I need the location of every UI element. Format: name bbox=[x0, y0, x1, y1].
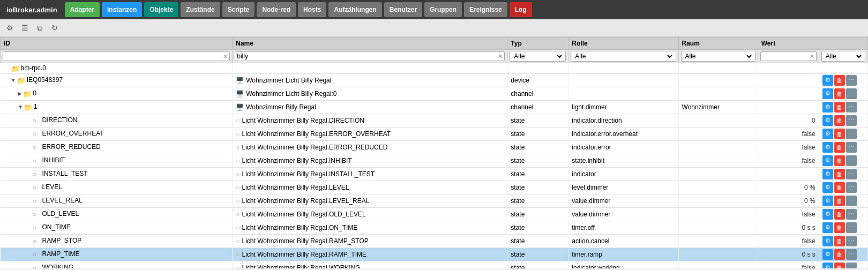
action-delete-btn[interactable]: 🗑 bbox=[834, 222, 845, 233]
cell-raum bbox=[678, 221, 758, 234]
table-row[interactable]: ○INSTALL_TEST○Licht Wohnzimmer Billy Reg… bbox=[1, 167, 868, 181]
action-delete-btn[interactable]: 🗑 bbox=[834, 142, 845, 153]
action-settings-btn[interactable]: ⚙ bbox=[822, 209, 833, 220]
action-delete-btn[interactable]: 🗑 bbox=[834, 88, 845, 99]
action-extra-btn[interactable]: ⋯ bbox=[846, 196, 857, 206]
filter-typ-select[interactable]: Alle device channel state bbox=[512, 52, 564, 61]
action-extra-btn[interactable]: ⋯ bbox=[846, 102, 857, 112]
cell-wert bbox=[758, 100, 819, 114]
cell-rolle bbox=[568, 73, 678, 87]
table-row[interactable]: ▼📁1🖥️Wohnzimmer Billy Regalchannellight.… bbox=[1, 100, 868, 114]
id-text: IEQ0548397 bbox=[27, 76, 63, 84]
id-text: hm-rpc.0 bbox=[21, 64, 46, 72]
action-delete-btn[interactable]: 🗑 bbox=[834, 236, 845, 246]
table-row[interactable]: ○OLD_LEVEL○Licht Wohnzimmer Billy Regal.… bbox=[1, 207, 868, 221]
action-settings-btn[interactable]: ⚙ bbox=[822, 236, 833, 246]
filter-name-clear[interactable]: ✕ bbox=[498, 53, 503, 60]
table-row[interactable]: ○ON_TIME○Licht Wohnzimmer Billy Regal.ON… bbox=[1, 221, 868, 234]
action-settings-btn[interactable]: ⚙ bbox=[822, 169, 833, 179]
nav-btn-zustaende[interactable]: Zustände bbox=[181, 2, 220, 17]
name-text: Licht Wohnzimmer Billy Regal.INHIBIT bbox=[242, 157, 352, 164]
nav-btn-scripte[interactable]: Scripte bbox=[222, 2, 255, 17]
action-delete-btn[interactable]: 🗑 bbox=[834, 155, 845, 166]
action-delete-btn[interactable]: 🗑 bbox=[834, 182, 845, 193]
nav-btn-benutzer[interactable]: Benutzer bbox=[384, 2, 422, 17]
filter-rolle-select[interactable]: Alle light.dimmer indicator timer bbox=[573, 52, 674, 61]
tree-toggle[interactable]: ▼ bbox=[18, 104, 23, 110]
action-extra-btn[interactable]: ⋯ bbox=[846, 75, 857, 86]
action-extra-btn[interactable]: ⋯ bbox=[846, 249, 857, 260]
tree-toggle[interactable]: ▼ bbox=[11, 77, 16, 83]
table-row[interactable]: ▼📁IEQ0548397🖥️Wohnzimmer Licht Billy Reg… bbox=[1, 73, 868, 87]
action-delete-btn[interactable]: 🗑 bbox=[834, 196, 845, 206]
table-row[interactable]: ○INHIBIT○Licht Wohnzimmer Billy Regal.IN… bbox=[1, 154, 868, 167]
cell-id: ○LEVEL bbox=[1, 181, 233, 194]
action-settings-btn[interactable]: ⚙ bbox=[822, 129, 833, 139]
table-row[interactable]: ○WORKING○Licht Wohnzimmer Billy Regal.WO… bbox=[1, 261, 868, 268]
action-settings-btn[interactable]: ⚙ bbox=[822, 262, 833, 268]
table-row[interactable]: ○RAMP_TIME○Licht Wohnzimmer Billy Regal.… bbox=[1, 248, 868, 261]
action-delete-btn[interactable]: 🗑 bbox=[834, 209, 845, 220]
action-delete-btn[interactable]: 🗑 bbox=[834, 102, 845, 112]
action-extra-btn[interactable]: ⋯ bbox=[846, 222, 857, 233]
action-extra-btn[interactable]: ⋯ bbox=[846, 262, 857, 268]
folder-icon: 📁 bbox=[23, 90, 32, 98]
action-extra-btn[interactable]: ⋯ bbox=[846, 115, 857, 126]
toolbar-icon-list[interactable]: ☰ bbox=[18, 21, 31, 34]
action-delete-btn[interactable]: 🗑 bbox=[834, 262, 845, 268]
state-circle-icon: ○ bbox=[236, 251, 240, 258]
action-extra-btn[interactable]: ⋯ bbox=[846, 209, 857, 220]
action-extra-btn[interactable]: ⋯ bbox=[846, 88, 857, 99]
action-delete-btn[interactable]: 🗑 bbox=[834, 129, 845, 139]
table-row[interactable]: ○DIRECTION○Licht Wohnzimmer Billy Regal.… bbox=[1, 114, 868, 127]
filter-wert-input[interactable] bbox=[762, 52, 809, 60]
filter-name-input[interactable] bbox=[237, 52, 497, 60]
table-row[interactable]: ○ERROR_REDUCED○Licht Wohnzimmer Billy Re… bbox=[1, 140, 868, 154]
nav-btn-aufzaehlungen[interactable]: Aufzählungen bbox=[328, 2, 381, 17]
table-row[interactable]: ○ERROR_OVERHEAT○Licht Wohnzimmer Billy R… bbox=[1, 127, 868, 140]
action-extra-btn[interactable]: ⋯ bbox=[846, 142, 857, 153]
action-settings-btn[interactable]: ⚙ bbox=[822, 249, 833, 260]
table-row[interactable]: 📁hm-rpc.0 bbox=[1, 63, 868, 74]
filter-wert-select[interactable]: Alle bbox=[824, 52, 863, 61]
action-settings-btn[interactable]: ⚙ bbox=[822, 142, 833, 153]
table-row[interactable]: ▶📁0🖥️Wohnzimmer Licht Billy Regal:0chann… bbox=[1, 87, 868, 100]
action-settings-btn[interactable]: ⚙ bbox=[822, 115, 833, 126]
action-settings-btn[interactable]: ⚙ bbox=[822, 182, 833, 193]
filter-wert-clear[interactable]: ✕ bbox=[810, 53, 814, 60]
filter-id-input[interactable] bbox=[5, 52, 222, 60]
action-settings-btn[interactable]: ⚙ bbox=[822, 222, 833, 233]
nav-btn-objekte[interactable]: Objekte bbox=[144, 2, 178, 17]
cell-raum bbox=[678, 154, 758, 167]
action-extra-btn[interactable]: ⋯ bbox=[846, 182, 857, 193]
action-settings-btn[interactable]: ⚙ bbox=[822, 88, 833, 99]
tree-toggle[interactable]: ▶ bbox=[18, 91, 22, 96]
table-row[interactable]: ○LEVEL○Licht Wohnzimmer Billy Regal.LEVE… bbox=[1, 181, 868, 194]
action-extra-btn[interactable]: ⋯ bbox=[846, 129, 857, 139]
toolbar-icon-settings[interactable]: ⚙ bbox=[3, 21, 16, 34]
nav-btn-adapter[interactable]: Adapter bbox=[65, 2, 100, 17]
action-settings-btn[interactable]: ⚙ bbox=[822, 75, 833, 86]
filter-id-clear[interactable]: ✕ bbox=[223, 53, 228, 60]
action-delete-btn[interactable]: 🗑 bbox=[834, 169, 845, 179]
action-extra-btn[interactable]: ⋯ bbox=[846, 236, 857, 246]
action-extra-btn[interactable]: ⋯ bbox=[846, 155, 857, 166]
filter-raum-select[interactable]: Alle Wohnzimmer bbox=[683, 52, 753, 61]
nav-btn-node-red[interactable]: Node-red bbox=[257, 2, 296, 17]
action-delete-btn[interactable]: 🗑 bbox=[834, 249, 845, 260]
action-settings-btn[interactable]: ⚙ bbox=[822, 102, 833, 112]
toolbar-icon-refresh[interactable]: ↻ bbox=[48, 21, 61, 34]
table-row[interactable]: ○RAMP_STOP○Licht Wohnzimmer Billy Regal.… bbox=[1, 234, 868, 248]
action-delete-btn[interactable]: 🗑 bbox=[834, 75, 845, 86]
nav-btn-log[interactable]: Log bbox=[510, 2, 532, 17]
nav-btn-ereignisse[interactable]: Ereignisse bbox=[464, 2, 507, 17]
action-extra-btn[interactable]: ⋯ bbox=[846, 169, 857, 179]
toolbar-icon-copy[interactable]: ⧉ bbox=[33, 21, 46, 34]
table-row[interactable]: ○LEVEL_REAL○Licht Wohnzimmer Billy Regal… bbox=[1, 194, 868, 207]
nav-btn-gruppen[interactable]: Gruppen bbox=[424, 2, 462, 17]
action-settings-btn[interactable]: ⚙ bbox=[822, 196, 833, 206]
nav-btn-hosts[interactable]: Hosts bbox=[298, 2, 326, 17]
action-settings-btn[interactable]: ⚙ bbox=[822, 155, 833, 166]
nav-btn-instanzen[interactable]: Instanzen bbox=[102, 2, 142, 17]
action-delete-btn[interactable]: 🗑 bbox=[834, 115, 845, 126]
